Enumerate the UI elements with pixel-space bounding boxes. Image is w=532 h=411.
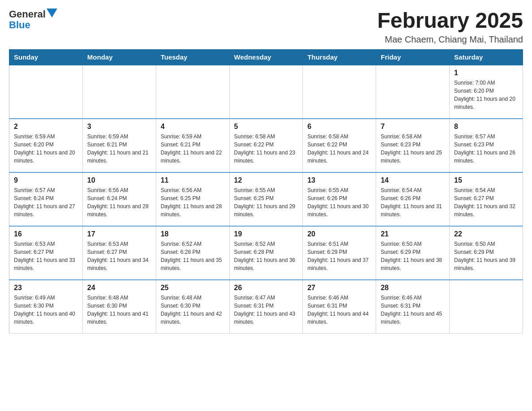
day-info: Sunrise: 6:59 AM Sunset: 6:21 PM Dayligh… <box>87 133 151 165</box>
calendar-cell: 4Sunrise: 6:59 AM Sunset: 6:21 PM Daylig… <box>156 119 229 172</box>
calendar-cell <box>450 280 523 334</box>
day-number: 9 <box>14 176 78 184</box>
calendar-cell <box>156 65 229 119</box>
day-info: Sunrise: 6:54 AM Sunset: 6:26 PM Dayligh… <box>381 186 445 218</box>
calendar-cell: 22Sunrise: 6:50 AM Sunset: 6:29 PM Dayli… <box>450 226 523 280</box>
col-header-saturday: Saturday <box>450 49 523 65</box>
calendar-cell: 18Sunrise: 6:52 AM Sunset: 6:28 PM Dayli… <box>156 226 229 280</box>
day-number: 6 <box>307 123 371 131</box>
day-info: Sunrise: 6:53 AM Sunset: 6:27 PM Dayligh… <box>14 240 78 272</box>
day-info: Sunrise: 6:46 AM Sunset: 6:31 PM Dayligh… <box>381 294 445 326</box>
calendar-cell: 19Sunrise: 6:52 AM Sunset: 6:28 PM Dayli… <box>229 226 303 280</box>
day-info: Sunrise: 6:58 AM Sunset: 6:22 PM Dayligh… <box>234 133 298 165</box>
day-info: Sunrise: 7:00 AM Sunset: 6:20 PM Dayligh… <box>454 79 518 111</box>
calendar-week-row: 9Sunrise: 6:57 AM Sunset: 6:24 PM Daylig… <box>9 172 523 226</box>
calendar-cell: 11Sunrise: 6:56 AM Sunset: 6:25 PM Dayli… <box>156 172 229 226</box>
day-info: Sunrise: 6:57 AM Sunset: 6:24 PM Dayligh… <box>14 186 78 218</box>
day-info: Sunrise: 6:51 AM Sunset: 6:29 PM Dayligh… <box>307 240 371 272</box>
day-info: Sunrise: 6:56 AM Sunset: 6:25 PM Dayligh… <box>161 186 225 218</box>
calendar-week-row: 23Sunrise: 6:49 AM Sunset: 6:30 PM Dayli… <box>9 280 523 334</box>
day-number: 26 <box>234 284 298 292</box>
day-number: 27 <box>307 284 371 292</box>
calendar-cell: 2Sunrise: 6:59 AM Sunset: 6:20 PM Daylig… <box>9 119 83 172</box>
day-number: 18 <box>161 230 225 238</box>
day-number: 4 <box>161 123 225 131</box>
day-number: 19 <box>234 230 298 238</box>
day-number: 15 <box>454 176 518 184</box>
calendar-cell: 6Sunrise: 6:58 AM Sunset: 6:22 PM Daylig… <box>303 119 376 172</box>
day-info: Sunrise: 6:59 AM Sunset: 6:21 PM Dayligh… <box>161 133 225 165</box>
calendar-title: February 2025 <box>377 9 523 33</box>
title-block: February 2025 Mae Chaem, Chiang Mai, Tha… <box>377 9 523 45</box>
calendar-cell: 26Sunrise: 6:47 AM Sunset: 6:31 PM Dayli… <box>229 280 303 334</box>
calendar-cell: 5Sunrise: 6:58 AM Sunset: 6:22 PM Daylig… <box>229 119 303 172</box>
day-info: Sunrise: 6:48 AM Sunset: 6:30 PM Dayligh… <box>87 294 151 326</box>
calendar-cell: 17Sunrise: 6:53 AM Sunset: 6:27 PM Dayli… <box>82 226 156 280</box>
calendar-week-row: 1Sunrise: 7:00 AM Sunset: 6:20 PM Daylig… <box>9 65 523 119</box>
calendar-cell: 21Sunrise: 6:50 AM Sunset: 6:29 PM Dayli… <box>376 226 450 280</box>
calendar-cell <box>229 65 303 119</box>
day-number: 25 <box>161 284 225 292</box>
day-number: 12 <box>234 176 298 184</box>
day-info: Sunrise: 6:59 AM Sunset: 6:20 PM Dayligh… <box>14 133 78 165</box>
day-info: Sunrise: 6:57 AM Sunset: 6:23 PM Dayligh… <box>454 133 518 165</box>
calendar-cell: 14Sunrise: 6:54 AM Sunset: 6:26 PM Dayli… <box>376 172 450 226</box>
day-info: Sunrise: 6:52 AM Sunset: 6:28 PM Dayligh… <box>234 240 298 272</box>
day-number: 7 <box>381 123 445 131</box>
calendar-cell: 27Sunrise: 6:46 AM Sunset: 6:31 PM Dayli… <box>303 280 376 334</box>
calendar-cell: 24Sunrise: 6:48 AM Sunset: 6:30 PM Dayli… <box>82 280 156 334</box>
day-info: Sunrise: 6:47 AM Sunset: 6:31 PM Dayligh… <box>234 294 298 326</box>
calendar-cell: 15Sunrise: 6:54 AM Sunset: 6:27 PM Dayli… <box>450 172 523 226</box>
calendar-subtitle: Mae Chaem, Chiang Mai, Thailand <box>377 34 523 45</box>
calendar-cell: 10Sunrise: 6:56 AM Sunset: 6:24 PM Dayli… <box>82 172 156 226</box>
calendar-week-row: 16Sunrise: 6:53 AM Sunset: 6:27 PM Dayli… <box>9 226 523 280</box>
calendar-week-row: 2Sunrise: 6:59 AM Sunset: 6:20 PM Daylig… <box>9 119 523 172</box>
col-header-friday: Friday <box>376 49 450 65</box>
day-number: 13 <box>307 176 371 184</box>
day-number: 14 <box>381 176 445 184</box>
calendar-cell: 9Sunrise: 6:57 AM Sunset: 6:24 PM Daylig… <box>9 172 83 226</box>
calendar-table: SundayMondayTuesdayWednesdayThursdayFrid… <box>9 49 523 334</box>
calendar-cell: 1Sunrise: 7:00 AM Sunset: 6:20 PM Daylig… <box>450 65 523 119</box>
day-number: 3 <box>87 123 151 131</box>
day-number: 20 <box>307 230 371 238</box>
day-number: 10 <box>87 176 151 184</box>
calendar-header-row: SundayMondayTuesdayWednesdayThursdayFrid… <box>9 49 523 65</box>
day-number: 2 <box>14 123 78 131</box>
day-info: Sunrise: 6:50 AM Sunset: 6:29 PM Dayligh… <box>381 240 445 272</box>
day-number: 11 <box>161 176 225 184</box>
col-header-wednesday: Wednesday <box>229 49 303 65</box>
calendar-cell: 8Sunrise: 6:57 AM Sunset: 6:23 PM Daylig… <box>450 119 523 172</box>
calendar-cell: 20Sunrise: 6:51 AM Sunset: 6:29 PM Dayli… <box>303 226 376 280</box>
col-header-sunday: Sunday <box>9 49 83 65</box>
day-info: Sunrise: 6:55 AM Sunset: 6:25 PM Dayligh… <box>234 186 298 218</box>
day-number: 1 <box>454 69 518 77</box>
day-number: 24 <box>87 284 151 292</box>
col-header-monday: Monday <box>82 49 156 65</box>
day-info: Sunrise: 6:53 AM Sunset: 6:27 PM Dayligh… <box>87 240 151 272</box>
day-info: Sunrise: 6:46 AM Sunset: 6:31 PM Dayligh… <box>307 294 371 326</box>
col-header-thursday: Thursday <box>303 49 376 65</box>
calendar-cell: 7Sunrise: 6:58 AM Sunset: 6:23 PM Daylig… <box>376 119 450 172</box>
calendar-cell: 3Sunrise: 6:59 AM Sunset: 6:21 PM Daylig… <box>82 119 156 172</box>
logo-blue-text: Blue <box>9 19 30 30</box>
day-info: Sunrise: 6:52 AM Sunset: 6:28 PM Dayligh… <box>161 240 225 272</box>
day-info: Sunrise: 6:58 AM Sunset: 6:22 PM Dayligh… <box>307 133 371 165</box>
calendar-cell: 23Sunrise: 6:49 AM Sunset: 6:30 PM Dayli… <box>9 280 83 334</box>
calendar-cell: 28Sunrise: 6:46 AM Sunset: 6:31 PM Dayli… <box>376 280 450 334</box>
calendar-cell <box>303 65 376 119</box>
logo-triangle-icon <box>47 9 57 17</box>
day-number: 23 <box>14 284 78 292</box>
day-info: Sunrise: 6:58 AM Sunset: 6:23 PM Dayligh… <box>381 133 445 165</box>
day-number: 16 <box>14 230 78 238</box>
logo-general-text: General <box>9 9 46 20</box>
col-header-tuesday: Tuesday <box>156 49 229 65</box>
calendar-cell <box>9 65 83 119</box>
day-number: 5 <box>234 123 298 131</box>
day-number: 17 <box>87 230 151 238</box>
calendar-cell: 16Sunrise: 6:53 AM Sunset: 6:27 PM Dayli… <box>9 226 83 280</box>
day-info: Sunrise: 6:55 AM Sunset: 6:26 PM Dayligh… <box>307 186 371 218</box>
day-number: 8 <box>454 123 518 131</box>
calendar-cell: 12Sunrise: 6:55 AM Sunset: 6:25 PM Dayli… <box>229 172 303 226</box>
day-number: 22 <box>454 230 518 238</box>
